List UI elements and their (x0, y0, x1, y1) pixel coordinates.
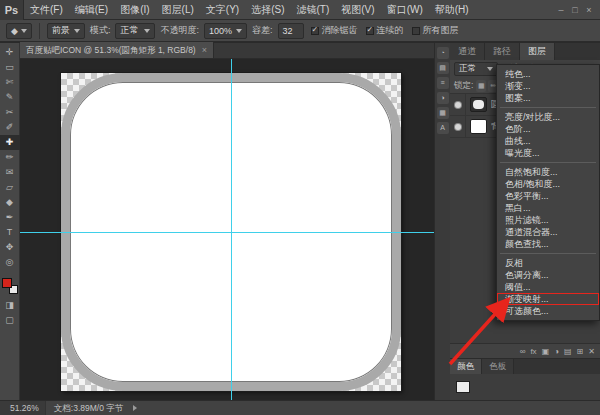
adjustment-menu-item[interactable]: 黑白... (497, 202, 599, 214)
layer-thumbnail[interactable] (470, 97, 487, 112)
move-tool[interactable]: ✛ (0, 45, 20, 60)
layer-mask-icon[interactable]: ▣ (542, 344, 550, 359)
adjustment-menu-item[interactable]: 自然饱和度... (497, 166, 599, 178)
option-checkbox[interactable]: 消除锯齿 (311, 24, 358, 37)
maximize-button[interactable]: □ (568, 0, 582, 20)
panel-tab[interactable]: 图层 (520, 43, 555, 60)
menu-item[interactable]: 图层(L) (156, 0, 200, 20)
document-tab[interactable]: 百度贴吧ICON @ 51.3%(圆角矩形 1, RGB/8) × (20, 42, 214, 58)
menu-item[interactable]: 帮助(H) (429, 0, 475, 20)
adjustment-menu-item[interactable]: 反相 (497, 257, 599, 269)
adjustment-menu-item[interactable]: 图案... (497, 92, 599, 104)
zoom-tool[interactable]: ◎ (0, 255, 20, 270)
option-checkbox[interactable]: 所有图层 (412, 24, 459, 37)
panel-tab[interactable]: 通道 (450, 43, 485, 60)
menu-item[interactable]: 文字(Y) (200, 0, 245, 20)
status-dropdown-icon[interactable] (133, 405, 137, 411)
panel-tab[interactable]: 路径 (485, 43, 520, 60)
menu-item[interactable]: 窗口(W) (381, 0, 429, 20)
option-checkbox[interactable]: 连续的 (366, 24, 404, 37)
quick-selection-tool[interactable]: ✎ (0, 90, 20, 105)
zoom-level[interactable]: 51.26% (0, 401, 46, 415)
lasso-tool[interactable]: ✄ (0, 75, 20, 90)
adjustment-menu-item[interactable] (500, 162, 596, 163)
layer-group-icon[interactable]: ▤ (564, 344, 572, 359)
type-tool[interactable]: T (0, 225, 20, 240)
menu-item[interactable]: 图像(I) (114, 0, 155, 20)
healing-brush-tool[interactable]: ✚ (0, 135, 20, 150)
visibility-toggle[interactable] (450, 116, 466, 138)
layer-effects-icon[interactable]: fx (530, 344, 536, 359)
adjustment-menu-item[interactable]: 纯色... (497, 68, 599, 80)
pen-tool[interactable]: ✒ (0, 210, 20, 225)
adjustment-menu-item[interactable]: 色阶... (497, 123, 599, 135)
bottom-panel-tab[interactable]: 颜色 (450, 359, 482, 374)
properties-panel-icon[interactable]: ▤ (437, 62, 449, 74)
adjustment-menu-item[interactable]: 颜色查找... (497, 238, 599, 250)
checkbox-icon[interactable] (412, 27, 420, 35)
blend-mode-select[interactable]: 正常 (454, 62, 498, 76)
mode-select[interactable]: 正常 (115, 23, 155, 39)
opacity-value: 100% (209, 26, 232, 36)
history-panel-icon[interactable]: ◔ (437, 47, 449, 59)
adjustment-menu-item[interactable]: 渐变... (497, 80, 599, 92)
document-info: 文档:3.89M/0 字节 (46, 401, 131, 415)
layer-thumbnail[interactable] (470, 119, 487, 134)
visibility-toggle[interactable] (450, 94, 466, 116)
checkbox-icon[interactable] (366, 27, 374, 35)
info-panel-icon[interactable]: ≡ (437, 77, 449, 89)
opacity-select[interactable]: 100% (204, 23, 247, 39)
lock-transparent-pixels-icon[interactable]: ▦ (476, 80, 486, 92)
adjustment-menu-item[interactable]: 曲线... (497, 135, 599, 147)
menu-item[interactable]: 视图(V) (335, 0, 380, 20)
quick-mask-icon[interactable]: ◨ (0, 298, 20, 313)
adjustments-panel-icon[interactable]: ◑ (437, 92, 449, 104)
foreground-color-swatch[interactable] (2, 278, 12, 288)
minimize-button[interactable]: – (554, 0, 568, 20)
swatches-panel-icon[interactable]: ▦ (437, 107, 449, 119)
link-layers-icon[interactable]: ∞ (520, 344, 526, 359)
bottom-panel-tab[interactable]: 色板 (482, 359, 514, 374)
menu-item[interactable]: 文件(F) (24, 0, 69, 20)
adjustment-menu-item[interactable]: 色彩平衡... (497, 190, 599, 202)
fill-source-select[interactable]: 前景 (47, 23, 85, 39)
canvas-area[interactable] (20, 59, 434, 400)
adjustment-menu-item[interactable]: 渐变映射... (497, 293, 599, 305)
crop-tool[interactable]: ✂ (0, 105, 20, 120)
tolerance-input[interactable]: 32 (278, 23, 304, 39)
tool-preset-picker[interactable]: ◆ (6, 23, 32, 39)
close-button[interactable]: × (582, 0, 596, 20)
adjustment-menu-item[interactable]: 曝光度... (497, 147, 599, 159)
adjustment-menu-item[interactable] (500, 107, 596, 108)
character-panel-icon[interactable]: A (437, 122, 449, 134)
chevron-down-icon (144, 29, 150, 33)
adjustment-menu-item[interactable] (500, 253, 596, 254)
adjustment-menu-item[interactable]: 亮度/对比度... (497, 111, 599, 123)
delete-layer-icon[interactable]: ✕ (588, 344, 595, 359)
brush-tool[interactable]: ✏ (0, 150, 20, 165)
clone-stamp-tool[interactable]: ✉ (0, 165, 20, 180)
chevron-down-icon (487, 67, 493, 71)
guide-vertical[interactable] (231, 59, 232, 400)
guide-horizontal[interactable] (20, 232, 434, 233)
adjustment-menu-item[interactable]: 阈值... (497, 281, 599, 293)
color-swatch[interactable] (456, 381, 470, 393)
menu-item[interactable]: 滤镜(T) (291, 0, 336, 20)
checkbox-icon[interactable] (311, 27, 319, 35)
adjustment-menu-item[interactable]: 通道混合器... (497, 226, 599, 238)
adjustment-menu-item[interactable]: 照片滤镜... (497, 214, 599, 226)
eraser-tool[interactable]: ▱ (0, 180, 20, 195)
close-tab-icon[interactable]: × (202, 42, 207, 58)
menu-item[interactable]: 编辑(E) (69, 0, 114, 20)
screen-mode-icon[interactable]: ▢ (0, 313, 20, 328)
adjustment-menu-item[interactable]: 色相/饱和度... (497, 178, 599, 190)
eyedropper-tool[interactable]: ✐ (0, 120, 20, 135)
new-adjustment-layer-icon[interactable]: ◑ (554, 344, 559, 359)
paint-bucket-tool[interactable]: ◆ (0, 195, 20, 210)
adjustment-menu-item[interactable]: 可选颜色... (497, 305, 599, 317)
menu-item[interactable]: 选择(S) (245, 0, 290, 20)
new-layer-icon[interactable]: ⊞ (577, 344, 584, 359)
marquee-tool[interactable]: ▭ (0, 60, 20, 75)
hand-tool[interactable]: ✥ (0, 240, 20, 255)
adjustment-menu-item[interactable]: 色调分离... (497, 269, 599, 281)
